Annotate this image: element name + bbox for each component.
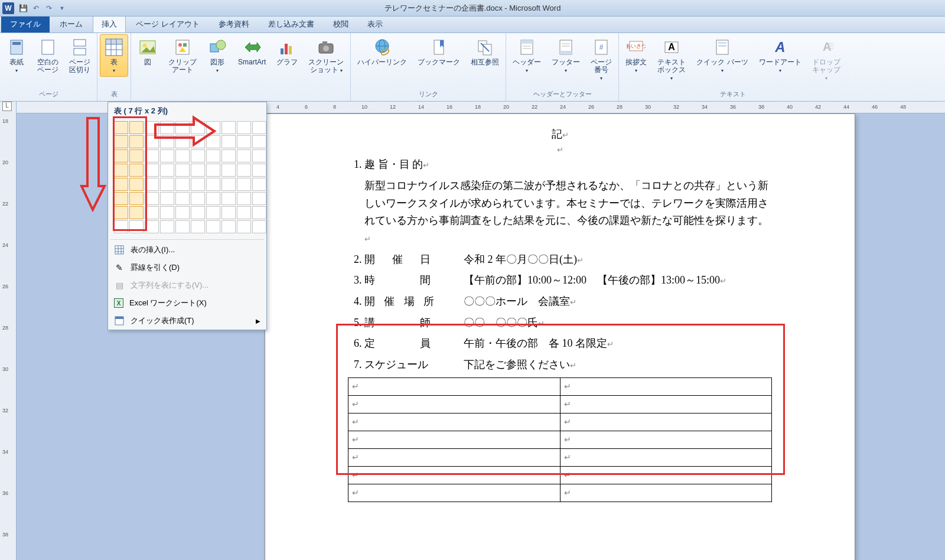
tab-review[interactable]: 校閲 <box>324 15 357 32</box>
table-button[interactable]: 表▾ <box>100 34 128 77</box>
dropcap-button[interactable]: A ドロップ キャップ▾ <box>808 34 845 85</box>
grid-cell[interactable] <box>191 220 205 233</box>
grid-cell[interactable] <box>114 192 128 205</box>
grid-cell[interactable] <box>221 164 236 177</box>
grid-cell[interactable] <box>175 206 190 219</box>
grid-cell[interactable] <box>191 206 205 219</box>
grid-cell[interactable] <box>237 149 251 162</box>
table-cell[interactable]: ↵ <box>560 484 772 502</box>
crossref-button[interactable]: 相互参照 <box>467 34 503 69</box>
inserted-table[interactable]: ↵↵↵↵↵↵↵↵↵↵↵↵↵↵ <box>348 377 772 502</box>
textbox-button[interactable]: A テキスト ボックス▾ <box>653 34 690 85</box>
tab-page-layout[interactable]: ページ レイアウト <box>127 15 208 32</box>
table-cell[interactable]: ↵ <box>560 431 772 448</box>
smartart-button[interactable]: SmartArt <box>234 34 270 69</box>
grid-cell[interactable] <box>145 192 159 205</box>
grid-cell[interactable] <box>175 220 190 233</box>
tab-view[interactable]: 表示 <box>359 15 392 32</box>
grid-cell[interactable] <box>175 192 190 205</box>
grid-cell[interactable] <box>237 135 251 148</box>
grid-cell[interactable] <box>160 178 174 191</box>
bookmark-button[interactable]: ブックマーク <box>413 34 464 69</box>
cover-page-button[interactable]: 表紙▾ <box>2 34 31 77</box>
grid-cell[interactable] <box>129 192 144 205</box>
grid-cell[interactable] <box>145 178 159 191</box>
table-cell[interactable]: ↵ <box>348 448 561 466</box>
grid-cell[interactable] <box>175 149 190 162</box>
grid-cell[interactable] <box>206 149 220 162</box>
excel-spreadsheet-item[interactable]: X Excel ワークシート(X) <box>108 294 266 312</box>
table-cell[interactable]: ↵ <box>560 448 772 466</box>
grid-cell[interactable] <box>237 121 251 134</box>
grid-cell[interactable] <box>145 164 159 177</box>
grid-cell[interactable] <box>160 164 174 177</box>
grid-cell[interactable] <box>114 206 128 219</box>
header-button[interactable]: ヘッダー▾ <box>509 34 545 77</box>
save-icon[interactable]: 💾 <box>18 3 28 14</box>
grid-cell[interactable] <box>175 164 190 177</box>
grid-cell[interactable] <box>206 192 220 205</box>
qat-dropdown-icon[interactable]: ▼ <box>57 3 67 14</box>
grid-cell[interactable] <box>206 178 220 191</box>
table-cell[interactable]: ↵ <box>348 395 561 413</box>
grid-cell[interactable] <box>114 220 128 233</box>
grid-cell[interactable] <box>237 164 251 177</box>
table-cell[interactable]: ↵ <box>348 377 561 395</box>
grid-cell[interactable] <box>145 135 159 148</box>
grid-cell[interactable] <box>160 121 174 134</box>
grid-cell[interactable] <box>252 164 266 177</box>
grid-cell[interactable] <box>129 206 144 219</box>
table-cell[interactable]: ↵ <box>560 466 772 484</box>
grid-cell[interactable] <box>114 164 128 177</box>
grid-cell[interactable] <box>191 164 205 177</box>
picture-button[interactable]: 図 <box>133 34 162 69</box>
insert-table-item[interactable]: 表の挿入(I)... <box>108 241 266 259</box>
grid-cell[interactable] <box>160 192 174 205</box>
grid-cell[interactable] <box>175 178 190 191</box>
grid-cell[interactable] <box>114 178 128 191</box>
grid-cell[interactable] <box>252 206 266 219</box>
grid-cell[interactable] <box>129 220 144 233</box>
grid-cell[interactable] <box>191 192 205 205</box>
grid-cell[interactable] <box>160 149 174 162</box>
grid-cell[interactable] <box>252 220 266 233</box>
table-grid-picker[interactable] <box>108 119 266 238</box>
grid-cell[interactable] <box>221 220 236 233</box>
grid-cell[interactable] <box>221 178 236 191</box>
tab-home[interactable]: ホーム <box>51 15 92 32</box>
quickparts-button[interactable]: クイック パーツ▾ <box>692 34 752 77</box>
grid-cell[interactable] <box>129 121 144 134</box>
screenshot-button[interactable]: スクリーン ショット ▾ <box>304 34 348 77</box>
page[interactable]: 記↵ ↵ 趣 旨・目 的↵ 新型コロナウイルス感染症の第二波が予想されるなか、「… <box>265 113 855 560</box>
grid-cell[interactable] <box>129 164 144 177</box>
grid-cell[interactable] <box>114 121 128 134</box>
grid-cell[interactable] <box>175 121 190 134</box>
grid-cell[interactable] <box>221 192 236 205</box>
footer-button[interactable]: フッター▾ <box>548 34 584 77</box>
grid-cell[interactable] <box>206 206 220 219</box>
grid-cell[interactable] <box>129 178 144 191</box>
grid-cell[interactable] <box>191 149 205 162</box>
grid-cell[interactable] <box>221 149 236 162</box>
grid-cell[interactable] <box>237 178 251 191</box>
tab-selector-icon[interactable]: L <box>2 102 12 111</box>
draw-table-item[interactable]: ✎ 罫線を引く(D) <box>108 259 266 276</box>
tab-insert[interactable]: 挿入 <box>93 15 126 32</box>
table-cell[interactable]: ↵ <box>348 484 561 502</box>
page-number-button[interactable]: # ページ 番号▾ <box>586 34 616 85</box>
grid-cell[interactable] <box>191 178 205 191</box>
grid-cell[interactable] <box>114 135 128 148</box>
tab-file[interactable]: ファイル <box>1 15 50 32</box>
grid-cell[interactable] <box>206 220 220 233</box>
grid-cell[interactable] <box>252 178 266 191</box>
chart-button[interactable]: グラフ <box>272 34 302 69</box>
grid-cell[interactable] <box>160 220 174 233</box>
page-break-button[interactable]: ページ 区切り <box>65 34 94 77</box>
tab-mailings[interactable]: 差し込み文書 <box>259 15 323 32</box>
redo-icon[interactable]: ↷ <box>44 3 54 14</box>
table-cell[interactable]: ↵ <box>348 466 561 484</box>
table-cell[interactable]: ↵ <box>348 431 561 448</box>
grid-cell[interactable] <box>252 135 266 148</box>
undo-icon[interactable]: ↶ <box>31 3 41 14</box>
grid-cell[interactable] <box>145 121 159 134</box>
